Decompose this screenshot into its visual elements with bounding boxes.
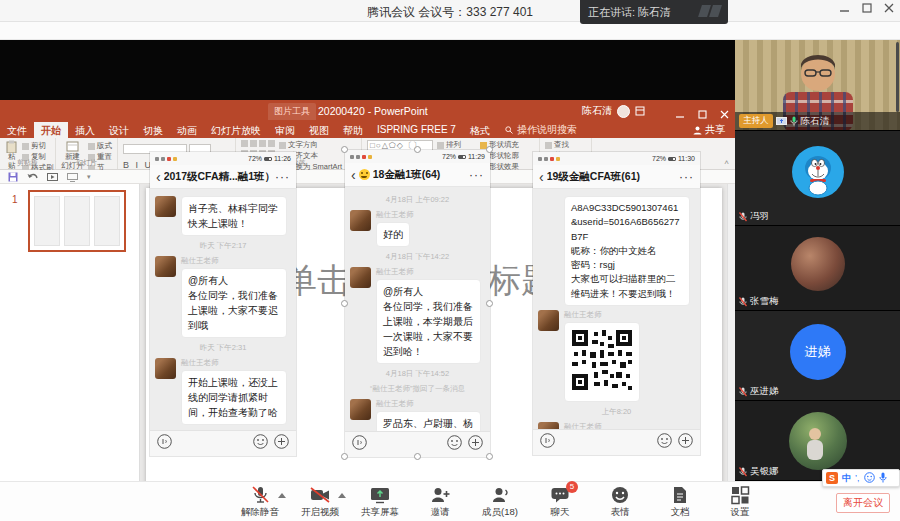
start-slideshow-icon[interactable] (47, 168, 58, 186)
ime-language-toggle[interactable]: 中 (842, 472, 851, 485)
mic-muted-icon (739, 297, 747, 307)
sidebar-scrollbar[interactable] (896, 42, 899, 112)
layout-button[interactable]: 版式 (88, 141, 112, 151)
participant-video-2[interactable]: 冯羽 (735, 131, 900, 226)
voice-icon (540, 433, 555, 452)
doraemon-avatar (792, 146, 844, 198)
chat-screenshot-1[interactable]: 72%11:26 ‹ 2017级CFA精...融1班）(42) ··· 肖子亮、… (150, 152, 296, 456)
tab-home[interactable]: 开始 (34, 122, 68, 138)
settings-icon (730, 485, 750, 505)
selection-handle[interactable] (486, 300, 493, 307)
selection-handle[interactable] (341, 300, 348, 307)
mic-muted-icon (739, 467, 747, 477)
save-icon[interactable] (8, 168, 18, 186)
selection-handle[interactable] (341, 146, 348, 153)
participant-name: 吴银娜 (750, 465, 779, 478)
share-screen-button[interactable]: 共享屏幕 (358, 485, 402, 519)
tab-transitions[interactable]: 切换 (136, 122, 170, 138)
chat-message: 融仕王老师 开始上课啦，还没上线的同学请抓紧时间，开始查考勤了哈 (155, 358, 291, 425)
mic-options-caret[interactable] (278, 493, 286, 498)
arrange-button[interactable]: 排列 (437, 140, 476, 150)
unmute-button[interactable]: 解除静音 (238, 485, 282, 519)
chat-screenshot-3[interactable]: 72%11:30 ‹ 19级金融CFA班(61) ··· A8A9C33DC59… (533, 152, 700, 455)
mic-muted-icon (739, 387, 747, 397)
tell-me-search[interactable]: 操作说明搜索 (497, 122, 585, 138)
selection-handle[interactable] (414, 453, 421, 460)
reactions-button[interactable]: 表情 (598, 485, 642, 519)
ime-toolbar[interactable]: S 中 ’, (822, 469, 900, 487)
start-video-button[interactable]: 开启视频 (298, 485, 342, 519)
participants-sidebar: 主持人 陈石清 冯羽 (735, 40, 900, 481)
cut-button[interactable]: 剪切 (22, 141, 54, 151)
ribbon-options-icon[interactable] (635, 106, 645, 116)
settings-button[interactable]: 设置 (718, 485, 762, 519)
chat-button[interactable]: 5 聊天 (538, 485, 582, 519)
ribbon-group-clipboard: 粘贴 剪切 复制 格式刷 剪贴板 (0, 138, 56, 169)
slide-thumbnail[interactable] (28, 190, 126, 252)
list-buttons[interactable] (241, 140, 275, 147)
mic-on-icon (790, 116, 798, 126)
chat-title: 18金融1班(64) (373, 168, 466, 182)
selection-handle[interactable] (486, 146, 493, 153)
tab-file[interactable]: 文件 (0, 122, 34, 138)
ppt-vertical-scrollbar[interactable] (727, 184, 735, 521)
text-direction-button[interactable]: 文字方向 (279, 140, 342, 150)
camera-off-icon (309, 485, 331, 505)
ppt-maximize-icon[interactable] (698, 105, 707, 123)
participant-video-4[interactable]: 进娣 巫进娣 (735, 311, 900, 401)
group-emoji-icon (359, 169, 370, 180)
share-screen-icon (370, 485, 390, 505)
undo-icon[interactable] (27, 168, 38, 186)
emoji-icon (657, 433, 672, 452)
documents-button[interactable]: 文档 (658, 485, 702, 519)
tab-help[interactable]: 帮助 (336, 122, 370, 138)
chat-screenshot-2[interactable]: 72%11:29 ‹ 18金融1班(64) ··· 4月18日 上午09:22 … (345, 150, 490, 457)
ime-emoji-icon[interactable] (864, 469, 875, 487)
minimize-icon[interactable] (840, 3, 850, 13)
selection-handle[interactable] (486, 453, 493, 460)
speaking-label: 正在讲话: 陈石清 (588, 5, 698, 20)
meeting-toolbar: 解除静音 开启视频 共享屏幕 邀请 成员(18) 5 聊天 表情 (0, 481, 900, 521)
ppt-share-button[interactable]: 共享 (683, 122, 735, 138)
tab-slideshow[interactable]: 幻灯片放映 (204, 122, 268, 138)
tab-insert[interactable]: 插入 (68, 122, 102, 138)
tab-animations[interactable]: 动画 (170, 122, 204, 138)
message-bubble: 开始上课啦，还没上线的同学请抓紧时间，开始查考勤了哈 (181, 370, 287, 425)
selection-handle[interactable] (414, 146, 421, 153)
display-settings-icon[interactable] (67, 168, 78, 186)
camera-options-caret[interactable] (338, 493, 346, 498)
ime-punctuation-toggle[interactable]: ’, (855, 473, 860, 483)
sogou-logo-icon[interactable]: S (826, 472, 838, 484)
find-button[interactable]: 查找 (545, 140, 569, 150)
participant-video-host[interactable]: 主持人 陈石清 (735, 40, 900, 131)
chat-message: 融仕王老师 罗品东、卢尉珊、杨雨露、乞濠铷、黄梓龙、杨杰谦、肖鑫炎、李芷怡同学，… (350, 399, 485, 431)
meeting-title: 腾讯会议 会议号：333 277 401 (0, 4, 900, 21)
tab-design[interactable]: 设计 (102, 122, 136, 138)
mic-muted-icon (739, 212, 747, 222)
ppt-close-icon[interactable] (720, 105, 729, 123)
qr-code-image (564, 322, 640, 402)
ppt-account[interactable]: 陈石清 (582, 104, 645, 118)
invite-button[interactable]: 邀请 (418, 485, 462, 519)
ppt-minimize-icon[interactable] (676, 105, 685, 123)
participant-video-3[interactable]: 张雪梅 (735, 226, 900, 311)
timestamp: 4月18日 下午14:22 (350, 252, 485, 262)
qat-dropdown-icon[interactable]: ▾ (87, 173, 91, 181)
ppt-ribbon-tabs: 文件 开始 插入 设计 切换 动画 幻灯片放映 审阅 视图 帮助 ISPRING… (0, 122, 735, 138)
close-icon[interactable] (884, 3, 894, 13)
sender-name: 融仕王老师 (376, 399, 485, 409)
phone-status-bar: 72%11:30 (533, 152, 700, 165)
participant-name: 巫进娣 (750, 385, 779, 398)
collapse-ribbon-icon[interactable]: ˄ (724, 158, 729, 167)
tab-format[interactable]: 格式 (463, 122, 497, 138)
members-button[interactable]: 成员(18) (478, 485, 522, 519)
tab-review[interactable]: 审阅 (268, 122, 302, 138)
slide-thumbnail-panel[interactable]: 1 (0, 184, 140, 521)
tab-ispring[interactable]: ISPRING FREE 7 (370, 122, 463, 138)
maximize-icon[interactable] (862, 3, 872, 13)
emoji-icon (253, 434, 268, 453)
leave-meeting-button[interactable]: 离开会议 (836, 493, 890, 513)
ime-mic-icon[interactable] (879, 469, 887, 487)
selection-handle[interactable] (341, 453, 348, 460)
tab-view[interactable]: 视图 (302, 122, 336, 138)
